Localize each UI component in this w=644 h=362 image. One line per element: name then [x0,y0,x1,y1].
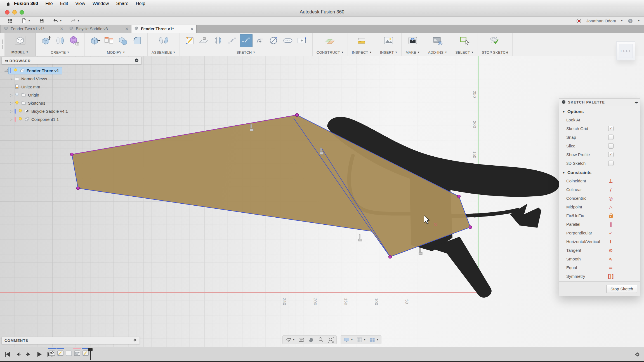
menu-app-name[interactable]: Fusion 360 [14,1,38,6]
look-at-view-button[interactable] [298,336,305,343]
palette-row-coincident[interactable]: Coincident⊥ [559,177,640,185]
slot-icon[interactable] [282,34,294,47]
help-button[interactable]: ? [628,18,633,24]
grid-settings-button[interactable]: ▼ [356,336,366,343]
form-icon[interactable] [68,34,81,47]
palette-row-colinear[interactable]: Colinear∕ [559,185,640,194]
chevron-down-icon[interactable]: ▼ [351,339,353,341]
colinear-icon[interactable]: ∕ [610,187,612,192]
step-back-button[interactable] [15,351,22,358]
horizontal-vertical-icon[interactable]: I [610,239,612,245]
ribbon-group-label[interactable]: INSPECT▼ [352,50,372,55]
view-cube-face-label[interactable]: LEFT [619,44,633,58]
tab-close-icon[interactable]: ✕ [60,26,63,32]
palette-row-horizontal-vertical[interactable]: Horizontal/VerticalI [559,237,640,246]
revolve-icon[interactable] [54,34,67,47]
perpendicular-icon[interactable]: ✓ [609,230,613,236]
ribbon-group-label[interactable]: MAKE▼ [405,50,420,55]
user-menu[interactable]: Jonathan Odom [586,18,616,23]
timeline-feature-2[interactable] [56,348,64,357]
palette-row-show-profile[interactable]: Show Profile [559,150,640,159]
press-pull-icon[interactable] [89,34,102,47]
tab-close-icon[interactable]: ✕ [125,26,129,32]
document-tab-3[interactable]: Fender Three v1*✕ [131,25,197,33]
parallel-icon[interactable]: ∥ [610,222,612,227]
palette-row-sketch-grid[interactable]: Sketch Grid [559,124,640,133]
palette-row-fix-unfix[interactable]: Fix/UnFix [559,211,640,220]
ribbon-group-label[interactable]: CREATE▼ [51,50,70,55]
play-button[interactable] [36,351,43,358]
midpoint-icon[interactable]: △ [609,204,612,210]
tangent-icon[interactable]: ⊘ [609,248,613,253]
undo-button[interactable]: ▼ [53,18,62,23]
browser-row-1[interactable]: Fender Three v1 [2,67,141,75]
step-forward-button[interactable] [25,351,32,358]
show-profile-checkbox[interactable] [608,152,614,157]
viewports-button[interactable]: ▼ [369,336,379,343]
slice-checkbox[interactable] [608,143,614,149]
snap-checkbox[interactable] [608,135,614,140]
redo-button[interactable]: ▼ [70,18,80,23]
sketch-grid-checkbox[interactable] [608,126,614,131]
rectangle-icon[interactable] [296,34,308,47]
tab-close-icon[interactable]: ✕ [190,26,194,32]
ribbon-group-label[interactable]: CONSTRUCT▼ [317,50,344,55]
stop-sketch-button[interactable]: Stop Sketch [606,285,637,293]
save-button[interactable] [39,18,44,23]
joint-icon[interactable] [157,34,170,47]
disclosure-arrow-icon[interactable]: ▷ [9,93,13,97]
ribbon-group-label[interactable]: SELECT▼ [455,50,474,55]
fit-button[interactable] [327,336,334,343]
project-icon[interactable] [198,34,211,47]
fix-unfix-icon[interactable] [609,215,613,218]
ribbon-group-label[interactable]: ADD-INS▼ [428,50,447,55]
chevron-down-icon[interactable]: ▼ [376,339,379,341]
palette-row-snap[interactable]: Snap [559,133,640,142]
disclosure-arrow-icon[interactable]: ▷ [9,101,13,105]
chevron-down-icon[interactable]: ▼ [621,20,623,22]
palette-row-parallel[interactable]: Parallel∥ [559,220,640,229]
section-collapse-icon[interactable]: ▼ [562,171,565,174]
palette-row-midpoint[interactable]: Midpoint△ [559,203,640,211]
ribbon-group-label[interactable]: MODIFY▼ [107,50,125,55]
disclosure-arrow-icon[interactable]: ▷ [9,109,13,113]
browser-row-6[interactable]: ▷Bicycle Saddle v4:1 [2,107,141,115]
chevron-down-icon[interactable]: ▼ [77,20,80,22]
smooth-icon[interactable]: ∿ [609,256,613,262]
concentric-icon[interactable]: ◎ [609,196,613,201]
parameters-icon[interactable] [103,34,115,47]
chevron-down-icon[interactable]: ▼ [638,20,640,22]
visibility-bulb-icon[interactable] [15,92,19,98]
add-ins-icon[interactable] [431,34,444,47]
palette-row-look-at[interactable]: Look At [559,116,640,124]
browser-row-4[interactable]: ▷Origin [2,91,141,99]
palette-row-slice[interactable]: Slice [559,142,640,150]
pan-button[interactable] [308,336,315,343]
mirror-icon[interactable] [212,34,225,47]
stop-sketch-icon[interactable] [489,34,501,47]
palette-row-equal[interactable]: Equal= [559,263,640,272]
visibility-bulb-icon[interactable] [18,109,23,114]
browser-row-7[interactable]: ▷Component1:1 [2,115,141,123]
apple-icon[interactable] [6,1,11,6]
browser-row-5[interactable]: ▷Sketches [2,99,141,107]
display-settings-button[interactable]: ▼ [343,336,353,343]
chevron-down-icon[interactable]: ▼ [292,339,295,341]
arc-icon[interactable] [254,34,266,47]
chevrons-right-icon[interactable]: ▶▶ [635,101,638,104]
disclosure-arrow-icon[interactable]: ▷ [9,77,13,81]
disclosure-arrow-icon[interactable]: ▷ [9,117,13,121]
sketch-palette-header[interactable]: SKETCH PALETTE ▶▶ [559,99,640,106]
file-new-button[interactable]: ▼ [21,18,30,23]
apps-grid-button[interactable] [7,18,13,23]
palette-section-options[interactable]: ▼Options [559,107,640,116]
record-button[interactable] [576,18,582,24]
browser-row-2[interactable]: ▷Named Views [2,75,141,83]
palette-row-3d-sketch[interactable]: 3D Sketch [559,159,640,168]
orbit-button[interactable]: ▼ [285,336,295,343]
chevrons-left-icon[interactable]: ◀◀ [4,59,7,62]
visibility-bulb-icon[interactable] [18,117,23,122]
select-icon[interactable] [458,34,471,47]
menu-item-window[interactable]: Window [93,1,109,6]
symmetry-icon[interactable]: [|] [608,274,614,279]
